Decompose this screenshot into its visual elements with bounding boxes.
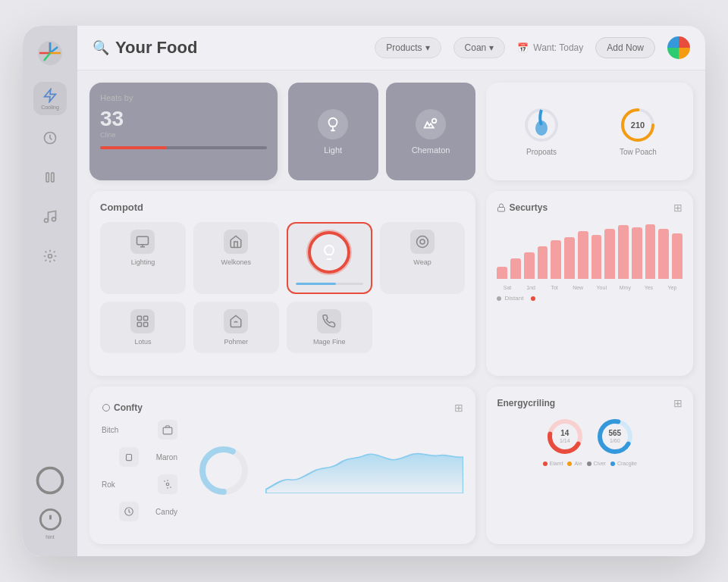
stats-unit: Cline [100, 131, 267, 139]
svg-rect-27 [163, 427, 172, 434]
energy-card: Energycriling ⊞ 14 1/14 [486, 386, 693, 544]
bar-label-1: 1nd [521, 285, 541, 290]
bar-10 [632, 227, 642, 279]
energy-title-text: Energycriling [497, 398, 555, 408]
legend-dot-cracgite [610, 462, 615, 466]
connected-lighting[interactable]: Lighting [100, 222, 186, 294]
legend-civer-label: Civer [594, 461, 606, 466]
stats-title: Heats by [100, 93, 267, 102]
meter-number-1: 14 [560, 429, 570, 438]
meter-number-2: 565 [608, 429, 621, 438]
bar-chart-labels: Sat 1nd Tot New Youl Mmy Yes Yep [497, 285, 682, 290]
legend-dot-red [531, 296, 535, 301]
light-device-item[interactable]: Light [288, 83, 378, 180]
weap-icon [410, 230, 435, 254]
weap-name: Weap [413, 258, 431, 266]
bar-11 [645, 224, 656, 279]
meter-value-2: 565 1/60 [608, 429, 621, 444]
sidebar-item-clock[interactable] [33, 121, 67, 155]
candy-card: Confty ⊞ Bitch [89, 386, 475, 544]
add-now-button[interactable]: Add Now [595, 37, 655, 58]
candy-title-text: Confty [114, 402, 143, 413]
connected-mage-fine[interactable]: Mage Fine [287, 302, 372, 353]
bar-5 [564, 237, 575, 279]
connected-weap[interactable]: Weap [380, 222, 466, 294]
candy-name-candy: Candy [155, 508, 177, 516]
chematon-icon-wrap [416, 109, 446, 139]
security-bar-chart [497, 221, 682, 282]
lighting-name: Lighting [131, 258, 155, 266]
svg-rect-18 [137, 236, 149, 245]
chematon-device-item[interactable]: Chematon [386, 83, 476, 180]
bar-0 [497, 267, 507, 279]
header: 🔍 Your Food Products ▾ Coan ▾ 📅 Want: To… [77, 26, 705, 70]
filter-coan-button[interactable]: Coan ▾ [453, 37, 506, 58]
legend-distant: Distant [497, 295, 523, 302]
metrics-card: Propoats 210 Tow Poach [486, 83, 693, 180]
sidebar-item-settings[interactable] [33, 239, 67, 273]
bar-6 [578, 231, 588, 279]
page-title: 🔍 Your Food [93, 38, 362, 58]
bar-3 [538, 246, 548, 279]
content-grid: Heats by 33 Cline Light [77, 70, 705, 556]
active-progress-track [296, 283, 363, 285]
svg-rect-24 [144, 323, 148, 327]
filter-products-button[interactable]: Products ▾ [375, 37, 441, 58]
app-container: Cooling hint 🔍 Your Food [23, 26, 705, 556]
candy-row-candy: Candy [102, 502, 177, 521]
sidebar-item-info[interactable]: hint [33, 506, 67, 540]
bar-label-2: Tot [544, 285, 565, 290]
candy-expand-icon[interactable]: ⊞ [454, 402, 463, 414]
sidebar: Cooling hint [23, 26, 77, 556]
svg-rect-3 [52, 173, 54, 182]
stats-progress-fill [100, 146, 167, 149]
connected-welkones[interactable]: Welkones [193, 222, 279, 294]
svg-point-14 [535, 120, 548, 136]
bar-13 [672, 233, 682, 279]
welkones-name: Welkones [221, 258, 251, 266]
legend-distant-label: Distant [504, 295, 523, 302]
candy-row-rok: Rok [102, 474, 177, 494]
meter-1: 14 1/14 [545, 417, 585, 456]
bar-7 [592, 235, 602, 279]
bar-label-0: Sat [497, 285, 517, 290]
sidebar-item-pause[interactable] [33, 161, 67, 194]
candy-title: Confty [102, 402, 143, 413]
app-logo [36, 39, 64, 67]
date-label: Want: Today [533, 42, 583, 53]
security-title: Securtys [497, 202, 548, 213]
legend-aie-label: Aie [574, 461, 582, 466]
filter-coan-chevron: ▾ [489, 42, 494, 53]
bar-label-6: Yes [639, 285, 659, 290]
security-expand-icon[interactable]: ⊞ [673, 202, 682, 214]
svg-point-4 [45, 219, 49, 223]
active-progress-fill [296, 283, 336, 285]
connected-card: Compotd Lighting Welkones [89, 191, 475, 376]
sidebar-item-cooling[interactable]: Cooling [33, 82, 67, 115]
energy-expand-icon[interactable]: ⊞ [673, 397, 682, 409]
legend-cracgite: Cracgite [610, 461, 637, 466]
connected-lotus[interactable]: Lotus [100, 302, 186, 353]
propoats-circle [523, 107, 560, 143]
mage-icon [317, 309, 341, 333]
bar-label-3: New [568, 285, 588, 290]
lotus-name: Lotus [134, 338, 151, 346]
bar-4 [551, 240, 561, 279]
svg-rect-23 [138, 323, 142, 327]
header-date: 📅 Want: Today [517, 42, 583, 53]
candy-row-bitch: Bitch [102, 420, 177, 440]
sidebar-item-circle[interactable] [33, 464, 67, 497]
security-title-text: Securtys [509, 202, 548, 213]
connected-pohmer[interactable]: Pohmer [193, 302, 279, 353]
energy-legend: Elamt Aie Civer Cracgite [497, 461, 682, 466]
security-card-header: Securtys ⊞ [497, 202, 682, 214]
stats-value: 33 [100, 107, 267, 131]
sidebar-item-music[interactable] [33, 200, 67, 233]
stats-progress-track [100, 146, 267, 149]
active-progress-row [296, 283, 363, 285]
tow-poach-circle: 210 [620, 107, 656, 143]
user-avatar[interactable] [667, 36, 690, 59]
bar-label-4: Youl [592, 285, 612, 290]
candy-name-maron: Maron [156, 453, 177, 462]
connected-bulb-active[interactable] [287, 222, 372, 294]
